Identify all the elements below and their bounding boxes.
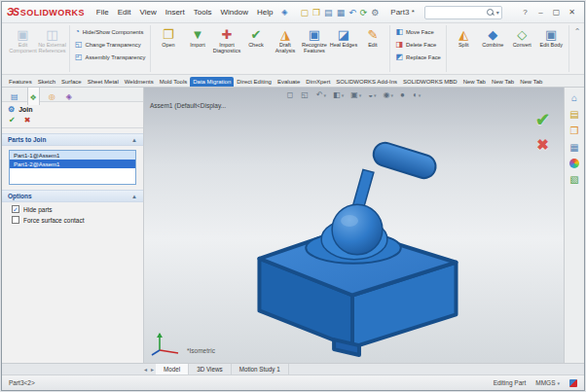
- ribbon-button[interactable]: ◭ Split: [450, 26, 478, 49]
- hide-show-items-icon[interactable]: ◉ ▾: [384, 90, 394, 99]
- checkbox-box[interactable]: [12, 205, 19, 213]
- graphics-viewport[interactable]: ◻ ◱ ↶ ▾ ◧ ▾: [144, 88, 564, 363]
- commandmanager-tab[interactable]: Sketch: [35, 77, 58, 87]
- commandmanager-tab[interactable]: Data Migration: [190, 77, 234, 87]
- ok-button[interactable]: ✔: [9, 116, 16, 125]
- view-settings-icon[interactable]: ◐ ▾: [413, 90, 421, 99]
- commandmanager-tab[interactable]: Weldments: [122, 77, 157, 87]
- ribbon-button[interactable]: ▣ Edit Component: [9, 26, 37, 54]
- close-button[interactable]: ✕: [565, 6, 579, 19]
- custom-properties-icon[interactable]: ▧: [569, 174, 578, 185]
- commandmanager-tab[interactable]: New Tab: [517, 77, 545, 87]
- ribbon-button[interactable]: ◇ Convert: [508, 26, 536, 49]
- manager-tab-icon: ◎: [49, 92, 55, 101]
- cancel-button[interactable]: ✖: [24, 116, 31, 125]
- rebuild-icon[interactable]: ⟳: [360, 8, 368, 18]
- commandmanager-tab[interactable]: Surface: [58, 77, 85, 87]
- option-checkbox-row[interactable]: Force surface contact: [2, 213, 143, 224]
- parts-to-join-list[interactable]: Part1-1@Assem1Part1-2@Assem1: [9, 150, 136, 185]
- open-icon[interactable]: ❐: [312, 8, 320, 18]
- menu-item[interactable]: File: [92, 6, 113, 18]
- view-tab[interactable]: Motion Study 1: [232, 364, 289, 374]
- commandmanager-tab[interactable]: SOLIDWORKS MBD: [400, 77, 460, 87]
- ribbon-button[interactable]: ▣ Recognize Features: [300, 26, 328, 54]
- new-document-icon[interactable]: ▢: [301, 8, 310, 18]
- edit-appearance-icon[interactable]: ●: [400, 90, 406, 99]
- ribbon-collapse-icon[interactable]: ⌃: [569, 25, 584, 38]
- part-list-item[interactable]: Part1-1@Assem1: [10, 151, 135, 160]
- previous-view-icon[interactable]: ↶ ▾: [316, 90, 326, 99]
- options-group-header[interactable]: Options ▲: [2, 190, 143, 202]
- undo-icon[interactable]: ↶: [348, 8, 356, 18]
- ribbon-button[interactable]: ◱ Change Transparency: [73, 39, 143, 50]
- design-library-icon[interactable]: ▤: [569, 109, 578, 120]
- ribbon-button[interactable]: ◨ Delete Face: [393, 39, 438, 50]
- zoom-area-icon[interactable]: ◱: [301, 90, 310, 99]
- parts-to-join-group-header[interactable]: Parts to Join ▲: [2, 133, 143, 146]
- view-tab[interactable]: Model: [156, 364, 189, 374]
- print-icon[interactable]: ▦: [337, 8, 346, 18]
- ribbon-button[interactable]: ▣ Edit Body: [537, 26, 566, 49]
- commandmanager-tab[interactable]: Evaluate: [275, 77, 303, 87]
- commandmanager-tab[interactable]: Direct Editing: [234, 77, 275, 87]
- ribbon-button[interactable]: ✔ Check: [241, 26, 270, 49]
- view-palette-icon[interactable]: ▦: [569, 142, 578, 153]
- ribbon-button[interactable]: ✚ Import Diagnostics: [212, 26, 240, 54]
- help-button[interactable]: ?: [518, 6, 532, 19]
- ribbon-button[interactable]: ◧ Move Face: [393, 26, 435, 37]
- menu-item[interactable]: Insert: [162, 6, 189, 18]
- menu-item[interactable]: View: [136, 6, 161, 18]
- search-box[interactable]: ▾: [424, 6, 502, 19]
- search-input[interactable]: [427, 9, 485, 16]
- commandmanager-tab[interactable]: Features: [6, 77, 35, 87]
- units-selector[interactable]: MMGS ▾: [535, 379, 560, 386]
- ribbon-button[interactable]: ❐ Open: [154, 26, 182, 49]
- ribbon-button[interactable]: ◫ No External References: [38, 26, 66, 54]
- menu-item[interactable]: Tools: [190, 6, 216, 18]
- search-icon[interactable]: [487, 9, 494, 17]
- zoom-fit-icon[interactable]: ◻: [287, 90, 295, 99]
- view-orientation-icon[interactable]: ▣ ▾: [350, 90, 361, 99]
- ribbon-button[interactable]: ◩ Replace Face: [393, 52, 442, 62]
- commandmanager-tab[interactable]: Mold Tools: [157, 77, 191, 87]
- search-chevron-icon[interactable]: ▾: [496, 9, 499, 16]
- ball-joint[interactable]: [332, 204, 383, 255]
- file-explorer-icon[interactable]: ❐: [570, 125, 579, 136]
- ribbon-button[interactable]: ✎ Edit: [358, 26, 386, 49]
- minimize-button[interactable]: –: [533, 6, 548, 19]
- ribbon-button[interactable]: ◰ Assembly Transparency: [73, 52, 147, 62]
- ribbon-button[interactable]: ◮ Draft Analysis: [271, 26, 299, 54]
- commandmanager-tab[interactable]: New Tab: [460, 77, 489, 87]
- ribbon-button[interactable]: ◆ Combine: [479, 26, 507, 49]
- menu-item[interactable]: Help: [253, 6, 276, 18]
- save-icon[interactable]: ▤: [324, 8, 333, 18]
- option-checkbox-row[interactable]: Hide parts: [2, 202, 143, 213]
- display-style-icon[interactable]: ◒ ▾: [368, 90, 376, 99]
- commandmanager-tab[interactable]: DimXpert: [303, 77, 333, 87]
- menu-item[interactable]: Edit: [114, 6, 135, 18]
- tab-scroll-left-icon[interactable]: ◂: [142, 364, 149, 374]
- ribbon-button[interactable]: ▼ Import: [183, 26, 211, 49]
- menu-item[interactable]: Window: [216, 6, 251, 18]
- confirm-ok-button[interactable]: ✔: [535, 111, 550, 128]
- part-model[interactable]: [144, 88, 564, 363]
- section-view-icon[interactable]: ◧ ▾: [333, 90, 344, 99]
- maximize-button[interactable]: ▢: [549, 6, 564, 19]
- checkbox-box[interactable]: [12, 216, 19, 224]
- ribbon-button[interactable]: ◔ Hide/Show Components: [73, 26, 145, 37]
- tab-scroll-right-icon[interactable]: ▸: [149, 364, 156, 374]
- commandmanager-tab[interactable]: New Tab: [489, 77, 517, 87]
- view-tab[interactable]: 3D Views: [189, 364, 231, 374]
- model-tree-label[interactable]: Assem1 (Default<Display...: [150, 102, 226, 109]
- confirm-cancel-button[interactable]: ✖: [536, 137, 549, 152]
- lever-handle[interactable]: [371, 140, 439, 181]
- appearances-icon[interactable]: ●: [569, 159, 579, 168]
- pin-icon[interactable]: ◈: [278, 8, 290, 17]
- commandmanager-tab[interactable]: SOLIDWORKS Add-Ins: [333, 77, 400, 87]
- ribbon-button[interactable]: ◪ Heal Edges: [329, 26, 357, 49]
- options-gear-icon[interactable]: ⚙: [371, 8, 379, 18]
- resources-home-icon[interactable]: ⌂: [571, 92, 577, 103]
- status-tag-icon[interactable]: [569, 379, 577, 387]
- commandmanager-tab[interactable]: Sheet Metal: [85, 77, 122, 87]
- part-list-item[interactable]: Part1-2@Assem1: [10, 160, 135, 168]
